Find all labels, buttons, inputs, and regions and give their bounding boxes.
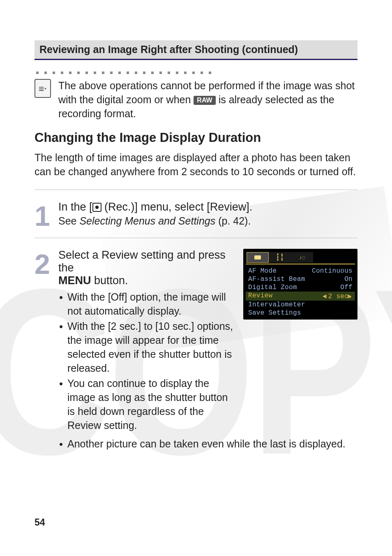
step-2-number: 2 xyxy=(35,255,53,453)
menu-row-digital-zoom: Digital Zoom Off xyxy=(246,283,355,292)
step-2-title-menu: MENU xyxy=(58,274,91,287)
divider xyxy=(35,238,357,238)
menu-label: Save Settings xyxy=(248,309,301,317)
bullet-3: You can continue to display the image as… xyxy=(58,377,236,432)
left-arrow-icon: ◀ xyxy=(323,293,327,300)
divider xyxy=(35,190,357,190)
menu-row-save-settings: Save Settings xyxy=(246,309,355,317)
tools-tab-icon: ┇╏ xyxy=(269,252,291,263)
page-number: 54 xyxy=(35,517,45,528)
menu-row-intervalometer: Intervalometer xyxy=(246,301,355,309)
bullet-2: With the [2 sec.] to [10 sec.] options, … xyxy=(58,320,236,375)
menu-value: Continuous xyxy=(312,267,353,275)
bullet-1: With the [Off] option, the image will no… xyxy=(58,290,236,318)
step-1-desc-emph: Selecting Menus and Settings xyxy=(79,215,215,227)
menu-row-af-assist: AF-assist Beam On xyxy=(246,275,355,283)
step-1-desc-prefix: See xyxy=(58,215,79,227)
subheading: Changing the Image Display Duration xyxy=(35,130,357,145)
menu-value: On xyxy=(344,276,353,283)
step-2-title-after: button. xyxy=(91,274,128,287)
raw-tag: RAW xyxy=(194,96,215,105)
person-tab-icon: ♪◌ xyxy=(291,252,313,263)
bullet-4: Another picture can be taken even while … xyxy=(58,437,357,451)
step-1-title-after: (Rec.)] menu, select [Review]. xyxy=(101,201,253,213)
right-arrow-icon: ▶ xyxy=(348,292,352,300)
camera-menu-screenshot: ┇╏ ♪◌ AF Mode Continuous AF-assist Beam … xyxy=(243,249,357,320)
step-2-bullets-cont: Another picture can be taken even while … xyxy=(58,437,357,451)
step-1-title: In the [ (Rec.)] menu, select [Review]. xyxy=(58,201,357,213)
menu-row-af-mode: AF Mode Continuous xyxy=(246,267,355,275)
step-2-title: Select a Review setting and press the ME… xyxy=(58,249,236,287)
step-1-title-before: In the [ xyxy=(58,201,92,213)
menu-label: AF-assist Beam xyxy=(248,276,305,283)
menu-value: Off xyxy=(340,284,353,291)
section-heading: Reviewing an Image Right after Shooting … xyxy=(35,40,357,60)
menu-label: Digital Zoom xyxy=(248,284,297,291)
separator-dots xyxy=(36,72,357,74)
camera-menu-tabs: ┇╏ ♪◌ xyxy=(246,251,355,264)
step-2-title-line1: Select a Review setting and press the xyxy=(58,249,226,274)
step-2: 2 Select a Review setting and press the … xyxy=(35,249,357,453)
step-1-desc: See Selecting Menus and Settings (p. 42)… xyxy=(58,215,357,227)
note-text: The above operations cannot be performed… xyxy=(58,79,357,120)
menu-label: AF Mode xyxy=(248,267,277,275)
step-1: 1 In the [ (Rec.)] menu, select [Review]… xyxy=(35,201,357,227)
step-1-number: 1 xyxy=(35,206,53,227)
intro-paragraph: The length of time images are displayed … xyxy=(35,151,357,179)
menu-label: Intervalometer xyxy=(248,301,305,308)
note-icon: ≡▾ xyxy=(35,79,51,98)
camera-tab-icon xyxy=(247,252,269,263)
step-2-bullets: With the [Off] option, the image will no… xyxy=(58,290,236,433)
rec-icon xyxy=(92,203,101,212)
menu-row-review-highlighted: Review ◀2 sec. xyxy=(246,292,355,301)
step-1-desc-suffix: (p. 42). xyxy=(215,215,251,227)
menu-label: Review xyxy=(248,292,272,300)
